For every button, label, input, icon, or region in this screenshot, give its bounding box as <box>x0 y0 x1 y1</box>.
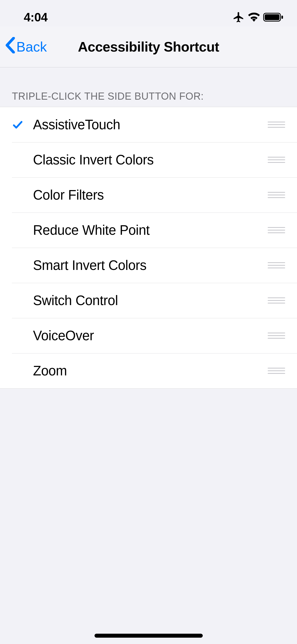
list-item-label: Switch Control <box>33 293 268 308</box>
page-title: Accessibility Shortcut <box>78 39 219 55</box>
shortcut-list: AssistiveTouchClassic Invert ColorsColor… <box>0 107 297 389</box>
status-time: 4:04 <box>24 10 48 24</box>
reorder-handle-icon[interactable] <box>268 157 285 163</box>
battery-icon <box>263 12 284 23</box>
list-item[interactable]: Reduce White Point <box>0 213 297 248</box>
list-item[interactable]: AssistiveTouch <box>0 107 297 142</box>
list-item[interactable]: Smart Invert Colors <box>0 248 297 283</box>
list-item[interactable]: Switch Control <box>0 283 297 318</box>
list-item[interactable]: Zoom <box>0 353 297 388</box>
back-button[interactable]: Back <box>5 37 47 57</box>
list-item-label: Color Filters <box>33 187 268 203</box>
list-item[interactable]: Classic Invert Colors <box>0 142 297 177</box>
wifi-icon <box>248 12 260 23</box>
svg-rect-2 <box>281 16 283 19</box>
list-item-label: AssistiveTouch <box>33 117 268 132</box>
reorder-handle-icon[interactable] <box>268 368 285 374</box>
reorder-handle-icon[interactable] <box>268 192 285 198</box>
reorder-handle-icon[interactable] <box>268 122 285 128</box>
section-header: TRIPLE-CLICK THE SIDE BUTTON FOR: <box>0 67 297 107</box>
list-item-label: Zoom <box>33 363 268 379</box>
reorder-handle-icon[interactable] <box>268 333 285 339</box>
back-label: Back <box>16 39 47 55</box>
reorder-handle-icon[interactable] <box>268 227 285 233</box>
list-item[interactable]: VoiceOver <box>0 318 297 353</box>
status-indicators <box>233 11 284 24</box>
checkmark-icon <box>12 119 33 131</box>
list-item-label: Reduce White Point <box>33 222 268 238</box>
home-indicator <box>95 634 203 638</box>
list-item-label: Smart Invert Colors <box>33 257 268 273</box>
list-item-label: Classic Invert Colors <box>33 152 268 168</box>
reorder-handle-icon[interactable] <box>268 262 285 268</box>
list-item[interactable]: Color Filters <box>0 177 297 213</box>
nav-bar: Back Accessibility Shortcut <box>0 26 297 67</box>
status-bar: 4:04 <box>0 0 297 26</box>
reorder-handle-icon[interactable] <box>268 297 285 303</box>
svg-rect-1 <box>265 14 280 20</box>
chevron-left-icon <box>5 37 16 57</box>
airplane-mode-icon <box>233 11 245 24</box>
list-item-label: VoiceOver <box>33 328 268 343</box>
